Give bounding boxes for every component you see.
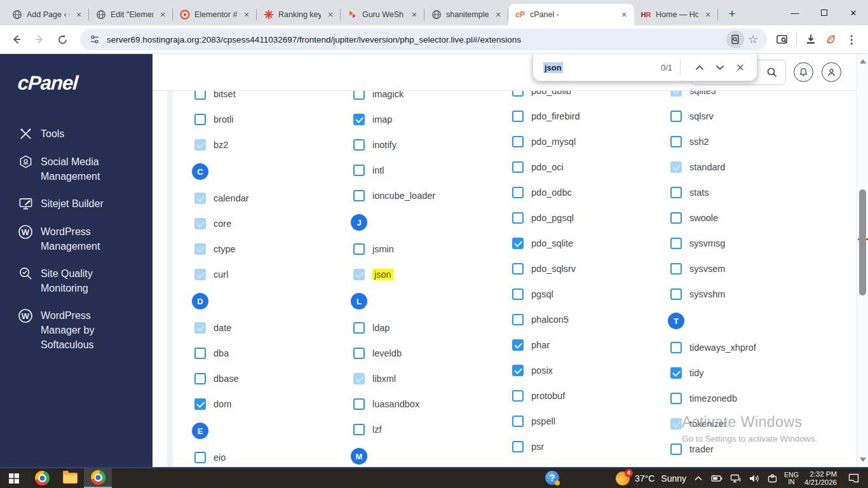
page-scrollbar[interactable] <box>857 54 868 467</box>
extension-checkbox-timezonedb[interactable] <box>670 393 682 404</box>
browser-tab[interactable]: shanitemple.c✕ <box>424 4 508 25</box>
find-previous-button[interactable] <box>691 58 709 76</box>
extension-checkbox-core[interactable] <box>194 218 206 229</box>
extension-checkbox-libxml[interactable] <box>353 373 365 384</box>
scroll-up-arrow[interactable] <box>860 59 866 64</box>
sidebar-item-site-quality-monitoring[interactable]: Site Quality Monitoring <box>0 260 153 302</box>
extension-checkbox-json[interactable] <box>353 269 365 280</box>
extension-checkbox-trader[interactable] <box>670 444 682 455</box>
tray-overflow-chevron-icon[interactable] <box>692 472 705 485</box>
browser-tab[interactable]: HRHome — Hos✕ <box>634 4 718 25</box>
extension-checkbox-imap[interactable] <box>353 114 365 125</box>
tab-close-icon[interactable]: ✕ <box>493 10 503 20</box>
extension-checkbox-pdo_odbc[interactable] <box>512 187 524 198</box>
minimize-button[interactable]: — <box>780 0 810 25</box>
extension-checkbox-curl[interactable] <box>194 269 206 280</box>
extension-checkbox-pdo_sqlsrv[interactable] <box>512 263 524 274</box>
extension-checkbox-stats[interactable] <box>670 187 682 198</box>
tab-close-icon[interactable]: ✕ <box>619 10 629 20</box>
inner-scrollbar-track[interactable] <box>167 91 173 467</box>
tab-close-icon[interactable]: ✕ <box>409 10 419 20</box>
find-in-page-indicator-icon[interactable] <box>726 30 744 48</box>
taskbar-chrome-button[interactable] <box>28 468 56 488</box>
url-text[interactable]: server69.hostingraja.org:2083/cpsess4411… <box>107 35 726 44</box>
extension-checkbox-jsmin[interactable] <box>353 243 365 255</box>
tab-close-icon[interactable]: ✕ <box>703 10 713 20</box>
extension-checkbox-posix[interactable] <box>512 365 524 376</box>
extension-checkbox-pgsql[interactable] <box>512 288 524 300</box>
extension-checkbox-bz2[interactable] <box>194 139 206 151</box>
browser-tab[interactable]: Edit "Element✕ <box>89 4 173 25</box>
maximize-button[interactable] <box>810 0 839 25</box>
extension-checkbox-tidy[interactable] <box>670 367 682 379</box>
tab-close-icon[interactable]: ✕ <box>158 10 168 20</box>
taskbar-explorer-button[interactable] <box>56 468 84 488</box>
tab-close-icon[interactable]: ✕ <box>325 10 336 20</box>
extension-checkbox-standard[interactable] <box>670 161 682 173</box>
extension-checkbox-ctype[interactable] <box>194 243 206 255</box>
extension-checkbox-sqlsrv[interactable] <box>670 111 682 122</box>
extension-checkbox-swoole[interactable] <box>670 212 682 224</box>
taskbar-chrome-active-button[interactable] <box>84 468 112 488</box>
extension-checkbox-tokenizer[interactable] <box>670 418 682 430</box>
extension-checkbox-ssh2[interactable] <box>670 136 682 147</box>
extension-checkbox-date[interactable] <box>194 322 206 334</box>
sidebar-item-social-media-management[interactable]: Social Media Management <box>0 148 153 190</box>
forward-button[interactable] <box>29 29 50 50</box>
browser-tab[interactable]: Guru WeSh V✕ <box>341 4 424 25</box>
find-query-input[interactable]: json <box>543 62 563 73</box>
browser-tab[interactable]: cPcPanel -✕ <box>508 4 634 25</box>
language-indicator[interactable]: ENG IN <box>784 471 799 485</box>
search-tabs-icon[interactable] <box>772 29 792 50</box>
extension-checkbox-pdo_pgsql[interactable] <box>512 212 524 224</box>
extension-checkbox-pdo_sqlite[interactable] <box>512 238 524 249</box>
tab-close-icon[interactable]: ✕ <box>74 10 84 20</box>
extension-checkbox-sysvsem[interactable] <box>670 263 682 274</box>
extension-checkbox-sysvmsg[interactable] <box>670 238 682 249</box>
browser-menu-icon[interactable]: ⋮ <box>841 29 862 50</box>
extension-checkbox-brotli[interactable] <box>194 114 206 125</box>
back-button[interactable] <box>6 29 27 50</box>
address-bar[interactable]: server69.hostingraja.org:2083/cpsess4411… <box>80 29 767 50</box>
close-window-button[interactable]: ✕ <box>839 0 868 25</box>
notifications-bell-button[interactable] <box>794 62 813 82</box>
find-close-button[interactable]: ✕ <box>731 58 749 76</box>
network-icon[interactable] <box>729 472 742 485</box>
device-link-icon[interactable] <box>766 472 778 485</box>
extension-checkbox-intl[interactable] <box>353 165 365 176</box>
extension-checkbox-ioncube_loader[interactable] <box>353 190 365 201</box>
extension-checkbox-pdo_firebird[interactable] <box>512 111 524 122</box>
extension-checkbox-tideways_xhprof[interactable] <box>670 342 682 353</box>
extension-checkbox-calendar[interactable] <box>194 193 206 204</box>
sidebar-item-wordpress-management[interactable]: WWordPress Management <box>0 218 153 260</box>
extension-icon[interactable] <box>821 29 841 50</box>
reload-button[interactable] <box>52 29 72 50</box>
extension-checkbox-protobuf[interactable] <box>512 390 524 402</box>
weather-widget[interactable]: 4 37°C Sunny <box>616 471 686 485</box>
volume-icon[interactable] <box>747 472 760 485</box>
user-account-button[interactable] <box>822 62 841 82</box>
downloads-icon[interactable] <box>801 29 821 50</box>
extension-checkbox-eio[interactable] <box>194 452 206 463</box>
extension-checkbox-pdo_oci[interactable] <box>512 161 524 173</box>
extension-checkbox-phar[interactable] <box>512 339 524 351</box>
extension-checkbox-dom[interactable] <box>194 398 206 410</box>
tab-close-icon[interactable]: ✕ <box>241 10 252 20</box>
sidebar-item-sitejet-builder[interactable]: Sitejet Builder <box>0 190 153 218</box>
browser-tab[interactable]: Ranking keyw✕ <box>257 4 341 25</box>
extension-checkbox-leveldb[interactable] <box>353 348 365 359</box>
extension-checkbox-lzf[interactable] <box>353 424 365 435</box>
extension-checkbox-inotify[interactable] <box>353 139 365 151</box>
extension-checkbox-luasandbox[interactable] <box>353 398 365 410</box>
scroll-down-arrow[interactable] <box>860 458 866 462</box>
start-button[interactable] <box>0 468 28 488</box>
browser-tab[interactable]: Add Page ‹ G✕ <box>5 4 89 25</box>
taskbar-clock[interactable]: 2:32 PM 4/21/2026 <box>804 470 837 486</box>
bookmark-star-icon[interactable]: ☆ <box>744 30 762 48</box>
help-tray-icon[interactable]: ? <box>545 471 559 485</box>
extension-checkbox-sysvshm[interactable] <box>670 288 682 300</box>
extension-checkbox-psr[interactable] <box>512 441 524 452</box>
new-tab-button[interactable]: + <box>723 5 741 23</box>
site-settings-icon[interactable] <box>89 34 100 45</box>
extension-checkbox-phalcon5[interactable] <box>512 314 524 325</box>
